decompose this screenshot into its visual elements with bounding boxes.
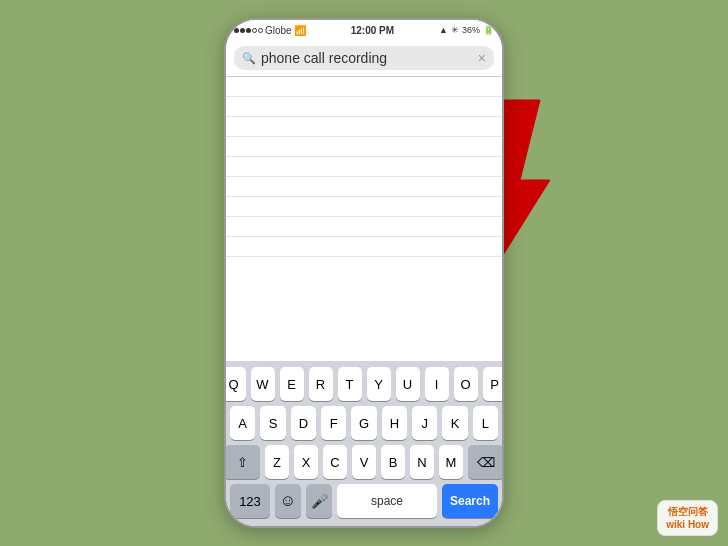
key-r[interactable]: R: [309, 367, 333, 401]
emoji-key[interactable]: ☺: [275, 484, 301, 518]
search-magnifier-icon: 🔍: [242, 52, 256, 65]
key-a[interactable]: A: [230, 406, 255, 440]
mic-key[interactable]: 🎤: [306, 484, 332, 518]
key-s[interactable]: S: [260, 406, 285, 440]
status-left: Globe 📶: [234, 25, 306, 36]
key-u[interactable]: U: [396, 367, 420, 401]
signal-indicator: [234, 28, 263, 33]
status-right: ▲ ✳ 36% 🔋: [439, 25, 494, 35]
key-n[interactable]: N: [410, 445, 434, 479]
key-m[interactable]: M: [439, 445, 463, 479]
key-c[interactable]: C: [323, 445, 347, 479]
results-area: [226, 77, 502, 361]
key-e[interactable]: E: [280, 367, 304, 401]
signal-dot-1: [234, 28, 239, 33]
phone-mockup: Globe 📶 12:00 PM ▲ ✳ 36% 🔋 🔍 phone call …: [224, 18, 504, 528]
keyboard: Q W E R T Y U I O P A S D F G H J K L ⇧ …: [226, 361, 502, 526]
key-w[interactable]: W: [251, 367, 275, 401]
result-line-4: [226, 137, 502, 157]
battery-icon: 🔋: [483, 25, 494, 35]
status-bar: Globe 📶 12:00 PM ▲ ✳ 36% 🔋: [226, 20, 502, 40]
numbers-key[interactable]: 123: [230, 484, 270, 518]
keyboard-row-3: ⇧ Z X C V B N M ⌫: [230, 445, 498, 479]
key-z[interactable]: Z: [265, 445, 289, 479]
result-line-8: [226, 217, 502, 237]
bluetooth-icon: ✳: [451, 25, 459, 35]
key-v[interactable]: V: [352, 445, 376, 479]
signal-dot-4: [252, 28, 257, 33]
wukong-badge: 悟空问答 wiki How: [657, 500, 718, 536]
key-f[interactable]: F: [321, 406, 346, 440]
battery-percent: 36%: [462, 25, 480, 35]
result-line-3: [226, 117, 502, 137]
result-line-1: [226, 77, 502, 97]
key-k[interactable]: K: [442, 406, 467, 440]
result-line-9: [226, 237, 502, 257]
result-line-2: [226, 97, 502, 117]
key-j[interactable]: J: [412, 406, 437, 440]
keyboard-row-1: Q W E R T Y U I O P: [230, 367, 498, 401]
keyboard-row-2: A S D F G H J K L: [230, 406, 498, 440]
key-h[interactable]: H: [382, 406, 407, 440]
key-b[interactable]: B: [381, 445, 405, 479]
clear-button[interactable]: ×: [478, 50, 486, 66]
key-d[interactable]: D: [291, 406, 316, 440]
search-key[interactable]: Search: [442, 484, 498, 518]
space-key[interactable]: space: [337, 484, 437, 518]
signal-dot-3: [246, 28, 251, 33]
search-bar[interactable]: 🔍 phone call recording ×: [234, 46, 494, 70]
result-line-7: [226, 197, 502, 217]
search-bar-area[interactable]: 🔍 phone call recording ×: [226, 40, 502, 77]
key-g[interactable]: G: [351, 406, 376, 440]
result-line-6: [226, 177, 502, 197]
wukong-line1: 悟空问答: [668, 505, 708, 518]
wikihow-line2: wiki How: [666, 518, 709, 531]
result-line-5: [226, 157, 502, 177]
key-l[interactable]: L: [473, 406, 498, 440]
wifi-icon: 📶: [294, 25, 306, 36]
key-x[interactable]: X: [294, 445, 318, 479]
signal-dot-5: [258, 28, 263, 33]
key-y[interactable]: Y: [367, 367, 391, 401]
backspace-key[interactable]: ⌫: [468, 445, 504, 479]
signal-dot-2: [240, 28, 245, 33]
key-t[interactable]: T: [338, 367, 362, 401]
key-o[interactable]: O: [454, 367, 478, 401]
signal-icon: ▲: [439, 25, 448, 35]
keyboard-bottom-row: 123 ☺ 🎤 space Search: [230, 484, 498, 518]
carrier-name: Globe: [265, 25, 292, 36]
status-time: 12:00 PM: [351, 25, 394, 36]
search-input[interactable]: phone call recording: [261, 50, 473, 66]
key-i[interactable]: I: [425, 367, 449, 401]
key-q[interactable]: Q: [224, 367, 246, 401]
shift-key[interactable]: ⇧: [224, 445, 260, 479]
key-p[interactable]: P: [483, 367, 505, 401]
